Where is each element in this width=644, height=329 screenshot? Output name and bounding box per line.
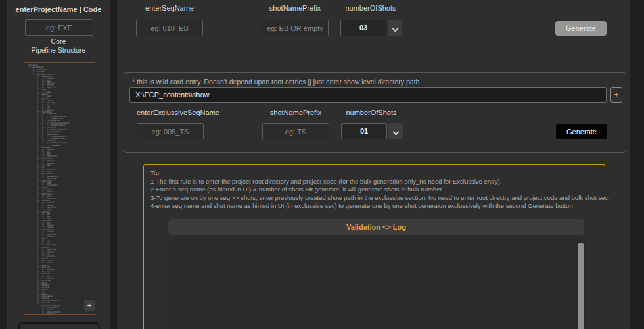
- validation-log-header: Validation <> Log: [168, 219, 584, 235]
- shot-prefix-input[interactable]: [262, 20, 329, 36]
- wildcard-note: * this is wild card entry. Doesn't depen…: [132, 78, 419, 86]
- number-of-shots-label: numberOfShots: [338, 4, 403, 12]
- chevron-down-icon: [392, 129, 399, 136]
- exclusive-shot-prefix-label: shotNamePrefix: [262, 109, 329, 116]
- left-bottom-panel: [18, 322, 100, 329]
- tip-text: Tip: 1-The first rule is to enter the pr…: [150, 169, 610, 211]
- exclusive-number-of-shots-dropdown-button[interactable]: [388, 123, 403, 139]
- show-path-input[interactable]: [129, 87, 607, 103]
- pipeline-tree-text: eyeCandy/ └── assetBase/ ├── confluence …: [28, 64, 69, 315]
- tip-and-log-panel: Tip: 1-The first rule is to enter the pr…: [143, 164, 605, 329]
- project-structure-panel: enterProjectName | Code Core Pipeline St…: [7, 0, 110, 329]
- exclusive-seq-name-input[interactable]: [137, 123, 204, 139]
- seq-name-label: enterSeqName: [136, 4, 203, 12]
- pipeline-structure-title: Core Pipeline Structure: [7, 38, 110, 55]
- chevron-down-icon: [392, 26, 398, 32]
- exclusive-shot-prefix-input[interactable]: [262, 123, 329, 139]
- add-path-button[interactable]: +: [610, 87, 622, 103]
- number-of-shots-dropdown-button[interactable]: [388, 20, 402, 36]
- seq-name-input[interactable]: [136, 20, 203, 36]
- validation-log-title: Validation <> Log: [168, 219, 584, 235]
- exclusive-entry-panel: * this is wild card entry. Doesn't depen…: [124, 72, 626, 153]
- project-name-input[interactable]: [25, 19, 93, 36]
- project-name-label: enterProjectName | Code: [7, 5, 110, 13]
- shot-generator-panel: enterSeqName shotNamePrefix numberOfShot…: [117, 0, 630, 329]
- exclusive-number-of-shots-value[interactable]: 01: [341, 123, 387, 139]
- exclusive-seq-name-label: enterExclussiveSeqName: [137, 109, 216, 116]
- generate-bulk-button[interactable]: Generate: [555, 21, 607, 36]
- log-scrollbar[interactable]: [578, 243, 584, 329]
- add-structure-button[interactable]: +: [84, 300, 95, 311]
- shot-prefix-label: shotNamePrefix: [262, 4, 329, 12]
- validation-log-area: [168, 238, 586, 329]
- generate-exclusive-button[interactable]: Generate: [556, 124, 607, 139]
- exclusive-number-of-shots-label: numberOfShots: [338, 109, 404, 116]
- number-of-shots-value[interactable]: 03: [340, 20, 386, 36]
- pipeline-tree-view[interactable]: eyeCandy/ └── assetBase/ ├── confluence …: [24, 62, 95, 315]
